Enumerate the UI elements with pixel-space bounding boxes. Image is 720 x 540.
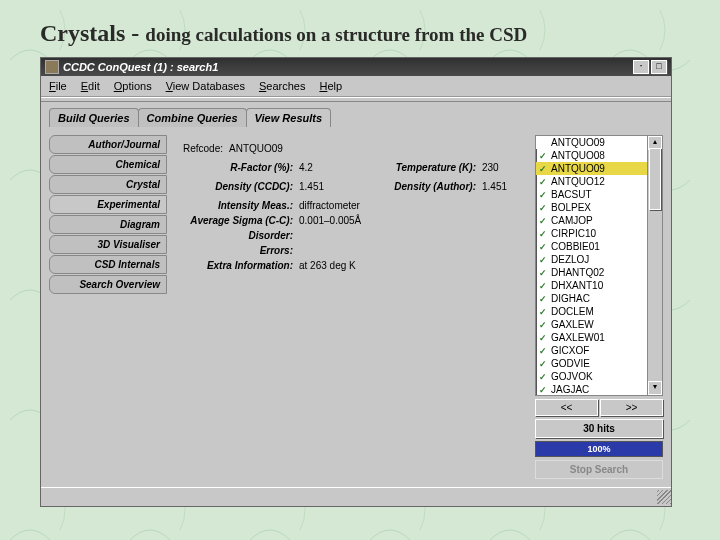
sidetab-search-overview[interactable]: Search Overview (49, 275, 167, 294)
tab-bar: Build Queries Combine Queries View Resul… (41, 102, 671, 127)
menu-searches[interactable]: Searches (259, 80, 305, 92)
list-item[interactable]: ✓CIRPIC10 (536, 227, 662, 240)
minimize-button[interactable]: · (633, 60, 649, 74)
sidetab-crystal[interactable]: Crystal (49, 175, 167, 194)
details-panel: Refcode: ANTQUO09 R-Factor (%): 4.2 Temp… (175, 135, 527, 479)
list-item[interactable]: ✓BACSUT (536, 188, 662, 201)
sidetab-diagram[interactable]: Diagram (49, 215, 167, 234)
density-ccdc-label: Density (CCDC): (183, 181, 293, 192)
list-item[interactable]: ✓JAGJAC (536, 383, 662, 396)
tab-build-queries[interactable]: Build Queries (49, 108, 139, 127)
hits-count: 30 hits (535, 419, 663, 438)
list-item[interactable]: ✓GAXLEW (536, 318, 662, 331)
resize-grip-icon[interactable] (657, 490, 671, 504)
list-item-label: BACSUT (551, 189, 592, 200)
list-item-label: DEZLOJ (551, 254, 589, 265)
scroll-down-icon[interactable]: ▾ (648, 381, 662, 395)
rfactor-label: R-Factor (%): (183, 162, 293, 173)
list-item-label: ANTQUO12 (551, 176, 605, 187)
scrollbar[interactable]: ▴ ▾ (647, 136, 662, 395)
list-item[interactable]: ✓ANTQUO09 (536, 162, 662, 175)
check-icon: ✓ (538, 203, 548, 213)
app-icon (45, 60, 59, 74)
intensity-label: Intensity Meas.: (183, 200, 293, 211)
disorder-label: Disorder: (183, 230, 293, 241)
check-icon: ✓ (538, 229, 548, 239)
sigma-label: Average Sigma (C-C): (183, 215, 293, 226)
tab-combine-queries[interactable]: Combine Queries (138, 108, 247, 127)
title-sub: doing calculations on a structure from t… (145, 24, 527, 45)
list-item[interactable]: ✓DEZLOJ (536, 253, 662, 266)
scroll-thumb[interactable] (649, 148, 661, 210)
density-author-label: Density (Author): (366, 181, 476, 192)
next-button[interactable]: >> (600, 399, 663, 416)
check-icon: ✓ (538, 216, 548, 226)
list-item-label: DOCLEM (551, 306, 594, 317)
list-item-label: DIGHAC (551, 293, 590, 304)
list-item[interactable]: ✓GOJVOK (536, 370, 662, 383)
errors-value (299, 245, 519, 256)
extra-info-label: Extra Information: (183, 260, 293, 271)
list-item-label: GICXOF (551, 345, 589, 356)
list-item[interactable]: ✓DHXANT10 (536, 279, 662, 292)
app-window: CCDC ConQuest (1) : search1 · □ File Edi… (40, 57, 672, 507)
menu-options[interactable]: Options (114, 80, 152, 92)
list-item-label: CIRPIC10 (551, 228, 596, 239)
tab-view-results[interactable]: View Results (246, 108, 331, 127)
list-item[interactable]: ✓GODVIE (536, 357, 662, 370)
check-icon: ✓ (538, 294, 548, 304)
check-icon: ✓ (538, 268, 548, 278)
check-icon: ✓ (538, 281, 548, 291)
sidetab-csd-internals[interactable]: CSD Internals (49, 255, 167, 274)
menubar: File Edit Options View Databases Searche… (41, 76, 671, 97)
menu-edit[interactable]: Edit (81, 80, 100, 92)
title-main: Crystals - (40, 20, 145, 46)
check-icon: ✓ (538, 372, 548, 382)
list-item-label: BOLPEX (551, 202, 591, 213)
refcode-value: ANTQUO09 (229, 143, 283, 154)
menu-help[interactable]: Help (319, 80, 342, 92)
list-item[interactable]: ✓DOCLEM (536, 305, 662, 318)
temperature-value: 230 (482, 162, 519, 173)
maximize-button[interactable]: □ (651, 60, 667, 74)
list-item[interactable]: ✓COBBIE01 (536, 240, 662, 253)
extra-info-value: at 263 deg K (299, 260, 519, 271)
list-item[interactable]: ✓ANTQUO08 (536, 149, 662, 162)
disorder-value (299, 230, 519, 241)
stop-search-button[interactable]: Stop Search (535, 460, 663, 479)
prev-button[interactable]: << (535, 399, 598, 416)
list-item[interactable]: ✓DHANTQ02 (536, 266, 662, 279)
check-icon: ✓ (538, 190, 548, 200)
sidetab-3d-visualiser[interactable]: 3D Visualiser (49, 235, 167, 254)
side-tabs: Author/Journal Chemical Crystal Experime… (49, 135, 167, 479)
list-item-label: JAGJAC (551, 384, 589, 395)
list-item[interactable]: ✓DIGHAC (536, 292, 662, 305)
list-item[interactable]: ✓GAXLEW01 (536, 331, 662, 344)
check-icon: ✓ (538, 307, 548, 317)
check-icon: ✓ (538, 242, 548, 252)
list-item-label: GAXLEW01 (551, 332, 605, 343)
list-item-label: DHXANT10 (551, 280, 603, 291)
list-item[interactable]: ✓BOLPEX (536, 201, 662, 214)
errors-label: Errors: (183, 245, 293, 256)
refcode-label: Refcode: (183, 143, 223, 154)
list-item-label: ANTQUO08 (551, 150, 605, 161)
list-item[interactable]: ✓GICXOF (536, 344, 662, 357)
list-item-label: CAMJOP (551, 215, 593, 226)
list-item-label: COBBIE01 (551, 241, 600, 252)
list-item[interactable]: ✓CAMJOP (536, 214, 662, 227)
menu-view-databases[interactable]: View Databases (166, 80, 245, 92)
results-listbox[interactable]: ANTQUO09 ✓ANTQUO08✓ANTQUO09✓ANTQUO12✓BAC… (535, 135, 663, 396)
menu-file[interactable]: File (49, 80, 67, 92)
check-icon: ✓ (538, 359, 548, 369)
list-item-label: GODVIE (551, 358, 590, 369)
list-item-label: GOJVOK (551, 371, 593, 382)
list-item-label: DHANTQ02 (551, 267, 604, 278)
density-ccdc-value: 1.451 (299, 181, 336, 192)
rfactor-value: 4.2 (299, 162, 336, 173)
sidetab-experimental[interactable]: Experimental (49, 195, 167, 214)
sidetab-author[interactable]: Author/Journal (49, 135, 167, 154)
check-icon: ✓ (538, 255, 548, 265)
sidetab-chemical[interactable]: Chemical (49, 155, 167, 174)
list-item[interactable]: ✓ANTQUO12 (536, 175, 662, 188)
